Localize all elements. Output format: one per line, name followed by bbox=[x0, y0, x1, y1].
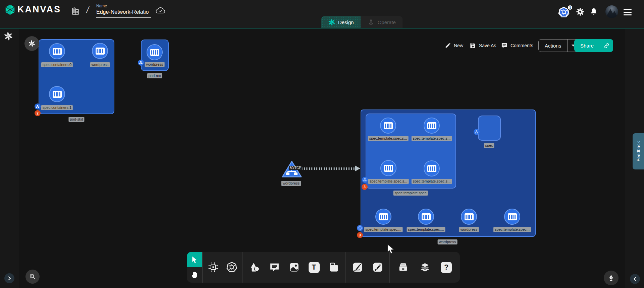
copy-link-button[interactable] bbox=[600, 39, 613, 52]
node-label: spec.template.spec.s... bbox=[412, 136, 452, 141]
hierarchy-icon bbox=[36, 105, 39, 108]
relationship-badge[interactable] bbox=[474, 129, 480, 135]
node-label: wordpress bbox=[459, 227, 479, 232]
node-container[interactable] bbox=[49, 43, 65, 59]
help-glyph: ? bbox=[441, 262, 452, 273]
collapse-right-panel-button[interactable] bbox=[630, 274, 640, 284]
organization-icon[interactable] bbox=[71, 6, 80, 16]
expand-left-panel-button[interactable] bbox=[4, 273, 14, 283]
text-tool[interactable]: T bbox=[306, 252, 322, 283]
container-icon bbox=[427, 165, 436, 172]
components-chip-tool[interactable] bbox=[205, 252, 221, 283]
image-tool[interactable] bbox=[286, 252, 302, 283]
node-label: spec.template.spec... bbox=[493, 227, 531, 232]
drawer-icon bbox=[397, 262, 409, 273]
kubernetes-tool[interactable] bbox=[224, 252, 240, 283]
node-container[interactable] bbox=[461, 209, 477, 225]
design-name-label: Name bbox=[96, 4, 107, 8]
issue-count-badge[interactable]: 3 bbox=[357, 232, 363, 238]
node-spec-empty[interactable] bbox=[478, 116, 501, 141]
brand-title: KANVAS bbox=[17, 4, 61, 15]
annotation-tools-group: T bbox=[243, 252, 345, 283]
node-container[interactable] bbox=[424, 118, 440, 134]
left-rail bbox=[0, 29, 19, 288]
share-split-button[interactable]: Share bbox=[574, 39, 613, 52]
pencil-squiggle-icon bbox=[372, 262, 383, 273]
issue-count-badge[interactable]: 3 bbox=[362, 184, 368, 190]
meshery-swirl-icon[interactable] bbox=[4, 32, 13, 41]
comments-label: Comments bbox=[511, 43, 533, 48]
component-tools-group bbox=[203, 252, 243, 283]
draw-tools-group bbox=[346, 252, 389, 283]
node-container[interactable] bbox=[375, 209, 391, 225]
node-container[interactable] bbox=[147, 44, 163, 60]
user-avatar[interactable] bbox=[605, 5, 618, 18]
note-tool[interactable] bbox=[326, 252, 342, 283]
node-label: spec.template.spec.... bbox=[407, 227, 445, 232]
new-label: New bbox=[454, 43, 463, 48]
pen-path-icon bbox=[352, 262, 363, 273]
comment-tool[interactable] bbox=[266, 252, 282, 283]
node-container[interactable] bbox=[92, 43, 108, 59]
zoom-search-button[interactable] bbox=[25, 270, 40, 284]
node-container[interactable] bbox=[504, 209, 520, 225]
settings-gear-icon[interactable] bbox=[576, 7, 585, 16]
archive-drawer-tool[interactable] bbox=[395, 252, 411, 283]
kubernetes-context-button[interactable]: 1 bbox=[558, 6, 572, 19]
save-as-button[interactable]: Save As bbox=[470, 40, 496, 52]
hierarchy-icon bbox=[363, 178, 367, 182]
edge-port-label: 80/TCP bbox=[289, 166, 302, 170]
container-icon bbox=[422, 213, 431, 220]
container-icon bbox=[427, 122, 436, 129]
relationship-badge[interactable] bbox=[362, 177, 368, 183]
notifications-bell-icon[interactable] bbox=[589, 7, 598, 16]
menu-hamburger-icon[interactable] bbox=[624, 9, 632, 15]
kanvas-logo-icon[interactable] bbox=[4, 4, 16, 15]
note-icon bbox=[328, 262, 339, 273]
feedback-tab[interactable]: Feedback bbox=[633, 133, 644, 169]
shapes-tool[interactable] bbox=[247, 252, 263, 283]
context-count-badge: 1 bbox=[567, 5, 573, 10]
deployment-badge[interactable] bbox=[357, 225, 363, 231]
tab-design[interactable]: Design bbox=[321, 16, 361, 28]
share-label: Share bbox=[574, 39, 600, 52]
comments-button[interactable]: Comments bbox=[501, 40, 533, 52]
tab-operate[interactable]: Operate bbox=[361, 16, 402, 28]
group-template-spec[interactable] bbox=[366, 114, 456, 189]
node-label: spec bbox=[484, 143, 494, 148]
app-header: KANVAS / Name 1 bbox=[0, 0, 644, 28]
comment-bubble-icon bbox=[269, 262, 280, 273]
pen-nib-icon bbox=[607, 274, 615, 282]
node-label: spec.containers.0 bbox=[41, 62, 73, 67]
save-floppy-icon bbox=[470, 43, 476, 49]
canvas-settings-flower-button[interactable] bbox=[24, 36, 39, 51]
node-container[interactable] bbox=[49, 86, 65, 102]
relationship-badge[interactable] bbox=[138, 60, 144, 66]
group-label: pod-skd bbox=[68, 117, 84, 122]
header-divider bbox=[0, 28, 644, 29]
issue-count-badge[interactable]: 2 bbox=[35, 110, 41, 116]
group-label: wordpress bbox=[438, 239, 458, 244]
select-tool-button[interactable] bbox=[187, 252, 202, 267]
container-icon bbox=[384, 165, 393, 172]
pan-tool-button[interactable] bbox=[187, 267, 202, 283]
edge-service-to-deployment[interactable] bbox=[303, 167, 356, 170]
layers-tool[interactable] bbox=[417, 252, 433, 283]
group-label: spec.template.spec bbox=[393, 191, 428, 196]
actions-split-button[interactable]: Actions bbox=[538, 39, 579, 52]
design-pen-button[interactable] bbox=[604, 271, 619, 285]
node-container[interactable] bbox=[418, 209, 434, 225]
node-label: wordpress bbox=[281, 181, 301, 186]
help-tool[interactable]: ? bbox=[438, 252, 454, 283]
new-button[interactable]: New bbox=[445, 40, 463, 52]
actions-label: Actions bbox=[539, 40, 567, 52]
freehand-draw-tool[interactable] bbox=[370, 252, 386, 283]
node-container[interactable] bbox=[424, 160, 440, 176]
node-container[interactable] bbox=[380, 118, 396, 134]
hand-pan-icon bbox=[191, 271, 198, 279]
relationship-badge[interactable] bbox=[35, 103, 41, 110]
pen-path-tool[interactable] bbox=[350, 252, 366, 283]
container-icon bbox=[465, 213, 474, 220]
node-container[interactable] bbox=[380, 160, 396, 176]
design-name-input[interactable] bbox=[96, 9, 151, 18]
